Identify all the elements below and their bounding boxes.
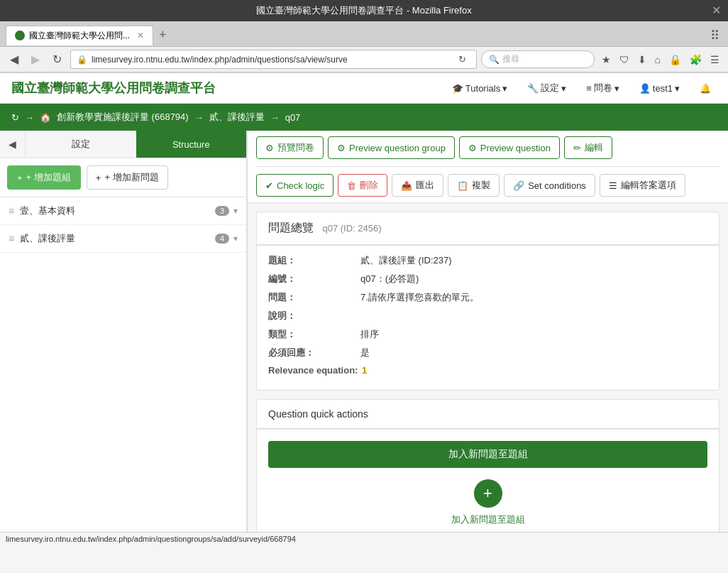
question-row: 問題： 7.請依序選擇您喜歡的單元。 xyxy=(268,291,707,304)
download-icon[interactable]: ⬇ xyxy=(635,53,649,67)
user-icon: 👤 xyxy=(639,83,651,94)
add-question-plus-icon: + xyxy=(96,173,101,183)
header-nav: 🎓 Tutorials ▾ 🔧 設定 ▾ ≡ 問卷 ▾ 👤 test1 ▾ 🔔 xyxy=(446,79,717,97)
nav-bar: ◀ ▶ ↻ 🔒 limesurvey.iro.ntnu.edu.tw/index… xyxy=(0,47,728,72)
tab-favicon xyxy=(15,31,25,40)
group-value: 貳、課後評量 (ID:237) xyxy=(360,254,707,267)
edit-button[interactable]: ✏ 編輯 xyxy=(564,136,612,159)
relevance-label: Relevance equation: xyxy=(268,365,360,376)
breadcrumb-survey[interactable]: 創新教學實施課後評量 (668794) xyxy=(57,111,189,124)
action-bar-divider xyxy=(256,166,719,167)
surveys-nav[interactable]: ≡ 問卷 ▾ xyxy=(580,79,625,97)
add-to-group-icon-circle[interactable]: + xyxy=(474,479,502,508)
relevance-row: Relevance equation: 1 xyxy=(268,365,707,376)
edit-icon: ✏ xyxy=(573,143,581,153)
close-button[interactable]: ✕ xyxy=(712,4,721,17)
user-nav[interactable]: 👤 test1 ▾ xyxy=(634,80,685,97)
copy-button[interactable]: 📋 複製 xyxy=(448,174,500,197)
code-row: 編號： q07：(必答題) xyxy=(268,273,707,285)
extension-icon[interactable]: 🧩 xyxy=(687,53,705,67)
user-label: test1 xyxy=(653,83,673,94)
preview-group-button[interactable]: ⚙ Preview question group xyxy=(328,136,455,159)
breadcrumb-home-link[interactable]: 🏠 xyxy=(40,112,51,123)
refresh-button[interactable]: ↻ xyxy=(48,51,66,67)
preview-group-label: Preview question group xyxy=(349,143,446,153)
search-icon: 🔍 xyxy=(489,55,500,65)
add-to-group-button-top[interactable]: 加入新問題至題組 xyxy=(268,441,707,468)
new-tab-button[interactable]: + xyxy=(153,28,172,43)
title-bar: 國立臺灣師範大學公用問卷調查平台 - Mozilla Firefox ✕ xyxy=(0,0,728,21)
search-placeholder: 搜尋 xyxy=(502,53,519,65)
add-to-group-label[interactable]: 加入新問題至題組 xyxy=(451,513,525,526)
type-row: 類型： 排序 xyxy=(268,328,707,341)
more-icon[interactable]: ☰ xyxy=(707,53,722,67)
tutorials-icon: 🎓 xyxy=(452,83,463,94)
group-item-1[interactable]: ≡ 壹、基本資料 3 ▾ xyxy=(0,197,246,225)
breadcrumb-group[interactable]: 貳、課後評量 xyxy=(209,111,265,124)
group-chevron-2[interactable]: ▾ xyxy=(233,234,238,244)
nav-icons: ★ 🛡 ⬇ ⌂ 🔒 🧩 ☰ xyxy=(599,53,722,67)
lock-icon: 🔒 xyxy=(77,55,87,65)
quick-actions-body: 加入新問題至題組 + 加入新問題至題組 xyxy=(257,430,719,532)
sidebar-tabs: ◀ 設定 Structure xyxy=(0,131,246,158)
check-logic-button[interactable]: ✔ Check logic xyxy=(256,174,333,197)
browser-menu-icon[interactable]: ⠿ xyxy=(707,26,722,45)
address-text: limesurvey.iro.ntnu.edu.tw/index.php/adm… xyxy=(92,55,450,65)
search-bar[interactable]: 🔍 搜尋 xyxy=(481,50,595,68)
export-button[interactable]: 📤 匯出 xyxy=(392,174,443,197)
copy-label: 複製 xyxy=(472,179,490,192)
tab-settings[interactable]: 設定 xyxy=(26,131,136,158)
preview-question-button[interactable]: ⚙ Preview question xyxy=(459,136,560,159)
question-id: q07 (ID: 2456) xyxy=(322,223,381,234)
check-logic-icon: ✔ xyxy=(265,180,273,191)
forward-button[interactable]: ▶ xyxy=(27,51,44,67)
app-header: 國立臺灣師範大學公用問卷調查平台 🎓 Tutorials ▾ 🔧 設定 ▾ ≡ … xyxy=(0,73,728,104)
code-value: q07：(必答題) xyxy=(360,273,707,285)
settings-label: 設定 xyxy=(541,82,559,94)
bookmark-icon[interactable]: ★ xyxy=(599,53,614,67)
group-chevron-1[interactable]: ▾ xyxy=(233,206,238,216)
active-tab[interactable]: 國立臺灣師範大學公用問... ✕ xyxy=(6,26,153,45)
edit-answers-label: 編輯答案選項 xyxy=(621,179,676,192)
drag-handle-1: ≡ xyxy=(9,205,14,217)
reload-icon[interactable]: ↻ xyxy=(454,53,470,66)
address-bar[interactable]: 🔒 limesurvey.iro.ntnu.edu.tw/index.php/a… xyxy=(70,50,477,69)
tab-structure[interactable]: Structure xyxy=(136,131,247,158)
group-badge-2: 4 xyxy=(215,234,229,244)
set-conditions-icon: 🔗 xyxy=(513,180,524,191)
user-chevron: ▾ xyxy=(675,83,680,94)
preview-question-label: Preview question xyxy=(480,143,551,153)
status-bar: limesurvey.iro.ntnu.edu.tw/index.php/adm… xyxy=(0,532,728,547)
tutorials-nav[interactable]: 🎓 Tutorials ▾ xyxy=(446,80,513,97)
settings-chevron: ▾ xyxy=(561,83,566,94)
add-question-label: + 增加新問題 xyxy=(104,171,158,184)
sidebar-collapse-button[interactable]: ◀ xyxy=(0,131,26,158)
browser-title: 國立臺灣師範大學公用問卷調查平台 - Mozilla Firefox xyxy=(256,4,471,17)
tutorials-label: Tutorials xyxy=(465,83,500,94)
set-conditions-button[interactable]: 🔗 Set conditions xyxy=(504,174,595,197)
preview-survey-button[interactable]: ⚙ 預覽問卷 xyxy=(256,136,324,159)
tab-bar: 國立臺灣師範大學公用問... ✕ + ⠿ xyxy=(0,21,728,47)
group-name-1: 壹、基本資料 xyxy=(20,204,215,217)
add-group-button[interactable]: + + 增加題組 xyxy=(7,165,81,190)
add-group-plus-icon: + xyxy=(17,173,23,183)
group-item-2[interactable]: ≡ 貳、課後評量 4 ▾ xyxy=(0,225,246,253)
delete-button[interactable]: 🗑 刪除 xyxy=(338,174,387,197)
edit-label: 編輯 xyxy=(585,141,603,154)
edit-answers-button[interactable]: ☰ 編輯答案選項 xyxy=(600,174,685,197)
security-icon[interactable]: 🔒 xyxy=(666,53,684,67)
bell-icon: 🔔 xyxy=(700,83,711,94)
notifications-nav[interactable]: 🔔 xyxy=(694,80,717,97)
code-label: 編號： xyxy=(268,273,360,285)
type-value: 排序 xyxy=(360,328,707,341)
settings-nav[interactable]: 🔧 設定 ▾ xyxy=(522,79,572,97)
shield-icon[interactable]: 🛡 xyxy=(617,53,632,67)
back-button[interactable]: ◀ xyxy=(6,51,23,67)
quick-actions: Question quick actions 加入新問題至題組 + 加入新問題至… xyxy=(256,399,719,532)
tab-close-button[interactable]: ✕ xyxy=(137,31,144,40)
home-nav-icon[interactable]: ⌂ xyxy=(652,53,663,67)
type-label: 類型： xyxy=(268,328,360,341)
breadcrumb-home-icon[interactable]: ↻ xyxy=(11,112,19,123)
relevance-value: 1 xyxy=(360,365,707,376)
add-question-button[interactable]: + + 增加新問題 xyxy=(87,165,168,190)
